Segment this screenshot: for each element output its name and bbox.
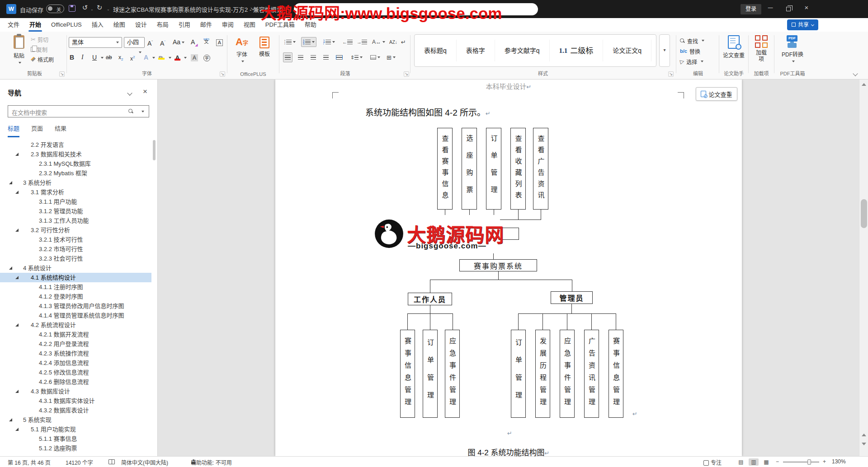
nav-tab-页面[interactable]: 页面 [31,124,43,136]
nav-item-4 系统设计[interactable]: 4 系统设计 [0,263,151,273]
nav-item-3 系统分析[interactable]: 3 系统分析 [0,178,151,187]
style-item-参考文献字q[interactable]: 参考文献字q [495,40,550,61]
select-button[interactable]: ▷选择 [680,56,704,66]
character-border-icon[interactable]: A [216,37,223,47]
expand-triangle-icon[interactable] [15,323,19,327]
expand-triangle-icon[interactable] [15,428,19,431]
nav-item-5.1.1 赛事信息[interactable]: 5.1.1 赛事信息 [0,434,151,444]
distribute-button[interactable] [335,52,344,62]
ribbon-tab-布局[interactable]: 布局 [152,18,174,32]
nav-close-icon[interactable]: × [143,87,147,96]
shading-button[interactable] [369,52,382,62]
character-shading-icon[interactable]: A [191,52,198,62]
minimize-button[interactable]: ─ [765,4,776,11]
close-button[interactable]: × [801,4,812,11]
nav-item-2.3.2 Mybatis 框架[interactable]: 2.3.2 Mybatis 框架 [0,168,151,178]
decrease-indent-button[interactable]: ← [341,37,354,47]
undo-dropdown-icon[interactable]: ⌄ [90,7,94,11]
read-mode-button[interactable]: ▤ [736,458,746,466]
nav-item-4.2.2 用户登录流程[interactable]: 4.2.2 用户登录流程 [0,339,151,349]
italic-button[interactable]: I [81,52,84,62]
ribbon-tab-邮件[interactable]: 邮件 [195,18,217,32]
more-styles-button[interactable]: ▾ [659,34,670,67]
collapse-ribbon-icon[interactable] [853,71,858,76]
nav-item-4.3 数据库设计[interactable]: 4.3 数据库设计 [0,387,151,396]
font-color-icon[interactable]: A [175,52,180,62]
font-size-combo[interactable]: 小四 [124,37,145,48]
nav-item-3.1.2 管理员功能[interactable]: 3.1.2 管理员功能 [0,206,151,216]
nav-item-4.2.5 修改信息流程[interactable]: 4.2.5 修改信息流程 [0,368,151,377]
expand-triangle-icon[interactable] [15,390,19,393]
nav-item-4.1.4 管理员管理系统信息时序图[interactable]: 4.1.4 管理员管理系统信息时序图 [0,311,151,320]
save-icon[interactable] [69,5,75,12]
asian-layout-button[interactable]: A↔ [371,37,387,47]
align-center-button[interactable] [297,52,305,62]
nav-item-4.1.1 注册时序图[interactable]: 4.1.1 注册时序图 [0,282,151,292]
language-indicator[interactable]: 简体中文(中国大陆) [121,458,168,466]
change-case-icon[interactable]: Aa [173,37,184,47]
styles-dialog-launcher[interactable]: ↘ [668,71,674,77]
focus-mode-button[interactable]: 专注 [703,458,722,466]
line-spacing-button[interactable]: ⇕ [349,52,364,62]
expand-triangle-icon[interactable] [9,266,12,270]
nav-scrollbar-thumb[interactable] [153,140,156,160]
web-layout-button[interactable]: ▦ [761,458,771,466]
share-button[interactable]: 共享 [787,19,818,30]
ribbon-tab-文件[interactable]: 文件 [3,18,24,32]
nav-item-4.2.4 添加信息流程[interactable]: 4.2.4 添加信息流程 [0,358,151,368]
thesis-check-float-button[interactable]: 论文查重 [696,87,737,101]
ribbon-tab-OfficePLUS[interactable]: OfficePLUS [46,18,87,32]
expand-triangle-icon[interactable] [15,229,19,232]
accessibility-status[interactable]: 辅助功能: 不可用 [191,458,232,466]
numbering-button[interactable]: 1 2 3 [301,37,316,47]
scroll-up-icon[interactable] [862,83,866,86]
nav-search-icon[interactable] [128,109,133,114]
officeplus-template-button[interactable]: 模板 [255,35,274,57]
nav-search-input[interactable]: 在文档中搜索 [8,105,149,117]
ribbon-tab-引用[interactable]: 引用 [174,18,195,32]
nav-item-4.2.6 删除信息流程[interactable]: 4.2.6 删除信息流程 [0,377,151,387]
quick-access-more-icon[interactable]: ⌄ [107,7,110,11]
zoom-in-icon[interactable]: + [823,458,826,465]
bullets-button[interactable]: • • • [283,37,297,47]
officeplus-font-button[interactable]: A字 字体 [232,35,252,64]
superscript-button[interactable]: x2 [130,52,135,62]
style-item-表标题q[interactable]: 表标题q [415,40,457,61]
previous-page-icon[interactable] [862,434,866,436]
expand-triangle-icon[interactable] [15,276,19,279]
underline-button[interactable]: U [92,52,97,62]
nav-item-2.2 开发语言[interactable]: 2.2 开发语言 [0,140,151,149]
text-effects-icon[interactable]: A [144,52,148,62]
nav-item-4.1 系统结构设计[interactable]: 4.1 系统结构设计 [0,273,151,282]
align-left-button[interactable] [283,52,292,62]
nav-item-2.3.1 MySQL数据库[interactable]: 2.3.1 MySQL数据库 [0,159,151,168]
expand-triangle-icon[interactable] [15,153,19,156]
document-scrollbar[interactable] [859,79,868,456]
zoom-slider-thumb[interactable] [807,459,811,465]
increase-indent-button[interactable]: → [355,37,368,47]
shrink-font-icon[interactable]: Aˇ [160,37,165,47]
nav-item-3.2.2 市场可行性[interactable]: 3.2.2 市场可行性 [0,244,151,254]
proofing-icon[interactable] [108,459,115,464]
nav-collapse-icon[interactable] [127,90,132,95]
clear-formatting-icon[interactable]: A◢ [191,37,198,47]
bold-button[interactable]: B [70,52,74,62]
align-right-button[interactable] [309,52,317,62]
expand-triangle-icon[interactable] [9,418,12,421]
zoom-slider[interactable] [783,462,819,462]
expand-triangle-icon[interactable] [9,181,12,184]
find-button[interactable]: 查找 [680,36,704,46]
thesis-check-button[interactable]: 论文查重 [720,35,747,59]
nav-item-3.2 可行性分析[interactable]: 3.2 可行性分析 [0,225,151,235]
nav-item-4.2.3 系统操作流程[interactable]: 4.2.3 系统操作流程 [0,349,151,358]
show-marks-button[interactable]: ↵ [400,37,407,47]
copy-button[interactable]: 复制 [31,44,54,54]
ribbon-tab-绘图[interactable]: 绘图 [108,18,130,32]
nav-item-3.1.1 用户功能[interactable]: 3.1.1 用户功能 [0,197,151,206]
word-count[interactable]: 14120 个字 [66,458,93,466]
addins-button[interactable]: 加载项 [751,35,771,62]
nav-item-2.3 数据库相关技术[interactable]: 2.3 数据库相关技术 [0,149,151,159]
replace-button[interactable]: b/c替换 [680,46,704,56]
next-page-icon[interactable] [862,443,866,445]
nav-item-4.2 系统流程设计[interactable]: 4.2 系统流程设计 [0,320,151,330]
